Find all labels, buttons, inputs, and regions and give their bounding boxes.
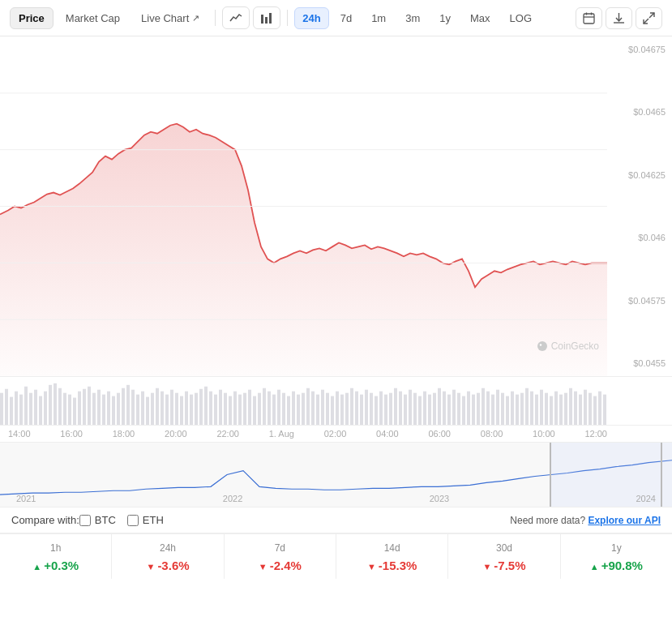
x-axis: 14:00 16:00 18:00 20:00 22:00 1. Aug 02:… bbox=[0, 426, 672, 443]
svg-rect-81 bbox=[306, 388, 310, 425]
svg-rect-100 bbox=[399, 392, 402, 425]
svg-rect-129 bbox=[540, 390, 543, 425]
x-label-9: 08:00 bbox=[481, 429, 503, 439]
svg-rect-145 bbox=[550, 443, 551, 507]
range-24h[interactable]: 24h bbox=[294, 7, 328, 29]
range-3m[interactable]: 3m bbox=[397, 7, 428, 29]
volume-svg bbox=[0, 377, 607, 425]
svg-rect-125 bbox=[520, 393, 524, 425]
stats-cell-7d: 7d -2.4% bbox=[225, 534, 336, 579]
svg-rect-144 bbox=[551, 443, 672, 507]
svg-rect-50 bbox=[156, 388, 159, 425]
svg-rect-87 bbox=[336, 392, 339, 425]
svg-rect-141 bbox=[598, 392, 601, 425]
calendar-btn[interactable] bbox=[576, 7, 602, 29]
explore-api-link[interactable]: Explore our API bbox=[588, 515, 661, 526]
svg-rect-22 bbox=[19, 395, 23, 425]
stats-cell-24h: 24h -3.6% bbox=[112, 534, 224, 579]
svg-point-16 bbox=[537, 341, 547, 351]
volume-area bbox=[0, 377, 672, 426]
svg-rect-82 bbox=[311, 392, 315, 425]
svg-rect-66 bbox=[233, 392, 237, 425]
svg-rect-119 bbox=[491, 395, 494, 425]
svg-rect-124 bbox=[516, 395, 519, 425]
range-7d[interactable]: 7d bbox=[332, 7, 360, 29]
compare-btc-checkbox[interactable] bbox=[79, 515, 91, 526]
svg-rect-105 bbox=[423, 392, 426, 425]
y-label-4: $0.04575 bbox=[614, 296, 666, 306]
svg-rect-107 bbox=[433, 393, 436, 425]
svg-rect-75 bbox=[277, 390, 280, 425]
compare-eth-checkbox[interactable] bbox=[127, 515, 139, 526]
svg-rect-61 bbox=[209, 392, 212, 425]
x-label-8: 06:00 bbox=[428, 429, 451, 439]
compare-btc-label[interactable]: BTC bbox=[79, 514, 116, 526]
line-chart-icon-btn[interactable] bbox=[222, 6, 250, 29]
range-max[interactable]: Max bbox=[462, 7, 499, 29]
svg-rect-24 bbox=[29, 393, 32, 425]
tab-price[interactable]: Price bbox=[10, 7, 54, 29]
svg-rect-84 bbox=[321, 390, 324, 425]
main-chart[interactable]: $0.04675 $0.0465 $0.04625 $0.046 $0.0457… bbox=[0, 36, 672, 377]
stats-period-1h: 1h bbox=[3, 542, 108, 554]
svg-rect-111 bbox=[452, 390, 456, 425]
svg-rect-127 bbox=[530, 392, 533, 425]
svg-rect-133 bbox=[559, 395, 563, 425]
watermark-text: CoinGecko bbox=[551, 340, 599, 352]
svg-rect-116 bbox=[477, 393, 480, 425]
x-label-5: 1. Aug bbox=[269, 429, 294, 439]
svg-rect-103 bbox=[413, 393, 417, 425]
stats-value-1h: +0.3% bbox=[3, 559, 108, 572]
range-log[interactable]: LOG bbox=[502, 7, 540, 29]
svg-rect-47 bbox=[141, 392, 144, 425]
svg-rect-114 bbox=[467, 392, 470, 425]
expand-btn[interactable] bbox=[636, 7, 662, 29]
svg-rect-58 bbox=[195, 393, 198, 425]
line-chart-icon bbox=[229, 11, 242, 24]
x-label-2: 18:00 bbox=[113, 429, 135, 439]
svg-rect-0 bbox=[261, 15, 263, 24]
tab-market-cap[interactable]: Market Cap bbox=[57, 7, 129, 29]
overview-area[interactable]: 2021 2022 2023 2024 bbox=[0, 443, 672, 507]
calendar-icon bbox=[583, 12, 595, 24]
compare-eth-label[interactable]: ETH bbox=[127, 514, 164, 526]
svg-rect-109 bbox=[443, 392, 446, 425]
toolbar: Price Market Cap Live Chart ↗ 24h 7d 1m … bbox=[0, 0, 672, 36]
svg-rect-126 bbox=[525, 388, 529, 425]
svg-rect-120 bbox=[496, 390, 499, 425]
svg-rect-134 bbox=[564, 393, 567, 425]
svg-rect-123 bbox=[511, 392, 514, 425]
svg-point-17 bbox=[539, 344, 541, 345]
svg-rect-94 bbox=[370, 393, 373, 425]
range-1m[interactable]: 1m bbox=[363, 7, 394, 29]
download-icon bbox=[613, 12, 625, 24]
svg-rect-53 bbox=[170, 390, 173, 425]
svg-rect-32 bbox=[68, 395, 71, 425]
svg-rect-70 bbox=[253, 396, 256, 425]
svg-rect-23 bbox=[24, 387, 28, 425]
api-section: Need more data? Explore our API bbox=[510, 515, 661, 526]
svg-rect-89 bbox=[345, 393, 349, 425]
external-link-icon: ↗ bbox=[192, 13, 199, 24]
svg-rect-59 bbox=[199, 389, 203, 425]
stats-value-1y: +90.8% bbox=[564, 559, 669, 572]
watermark: CoinGecko bbox=[537, 340, 599, 352]
svg-rect-39 bbox=[102, 395, 105, 425]
svg-rect-121 bbox=[501, 393, 504, 425]
svg-rect-122 bbox=[506, 396, 509, 425]
svg-rect-41 bbox=[112, 396, 115, 425]
x-label-3: 20:00 bbox=[165, 429, 187, 439]
overview-svg bbox=[0, 443, 672, 507]
svg-line-9 bbox=[649, 13, 654, 18]
svg-rect-40 bbox=[107, 392, 110, 425]
download-btn[interactable] bbox=[606, 7, 632, 29]
x-label-1: 16:00 bbox=[60, 429, 83, 439]
range-1y[interactable]: 1y bbox=[431, 7, 459, 29]
svg-rect-36 bbox=[88, 387, 91, 425]
bar-chart-icon-btn[interactable] bbox=[253, 6, 280, 29]
compare-btc-text: BTC bbox=[95, 514, 116, 526]
svg-rect-78 bbox=[292, 392, 295, 425]
svg-rect-106 bbox=[428, 395, 431, 425]
tab-live-chart[interactable]: Live Chart ↗ bbox=[132, 7, 208, 29]
svg-rect-138 bbox=[584, 390, 587, 425]
